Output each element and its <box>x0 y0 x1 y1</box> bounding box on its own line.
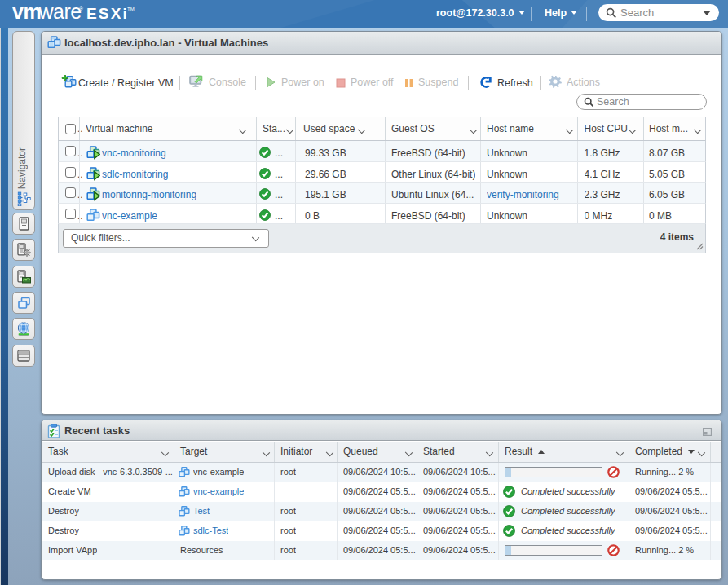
svg-text:vm: vm <box>12 0 41 23</box>
svg-text:®: ® <box>79 6 83 11</box>
svg-text:TM: TM <box>127 7 135 11</box>
svg-text:ESXi: ESXi <box>86 5 129 22</box>
svg-text:ware: ware <box>38 0 82 23</box>
